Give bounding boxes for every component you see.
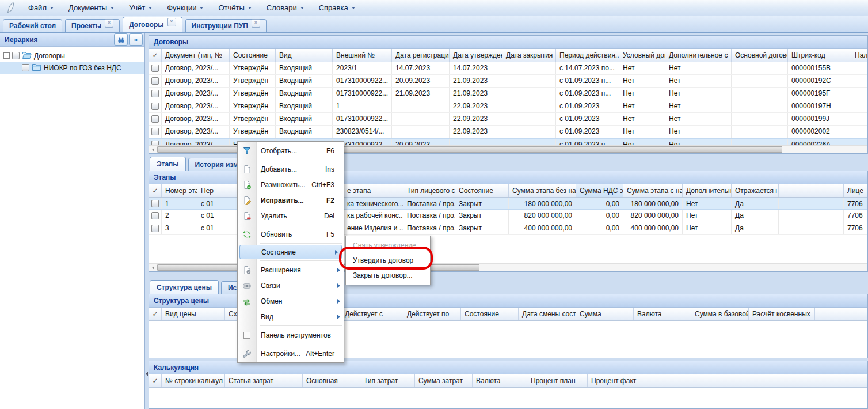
column-header[interactable]: Действует с <box>341 308 403 320</box>
column-header[interactable]: Статья затрат <box>225 374 303 387</box>
column-header[interactable]: Дата закрытия <box>502 49 556 62</box>
window-tab[interactable]: Инструкции ПУП× <box>185 19 267 32</box>
column-header[interactable]: Документ (тип, № <box>162 49 230 62</box>
context-menu-item[interactable]: Расширения <box>238 262 344 278</box>
context-menu-item[interactable]: Размножить...Ctrl+F3 <box>238 177 344 192</box>
column-header[interactable]: Тип затрат <box>360 374 415 387</box>
column-header[interactable]: № строки калькул <box>162 374 225 387</box>
column-header[interactable]: Состояние <box>461 308 519 320</box>
column-header[interactable]: Валюта <box>473 374 527 387</box>
scroll-left-arrow-icon[interactable] <box>149 146 157 153</box>
column-header[interactable]: Сумма НДС этапа <box>576 184 623 197</box>
menubar-item[interactable]: Справка <box>311 1 363 15</box>
table-row[interactable]: Договор, 2023/...УтверждёнВходящий017310… <box>149 113 867 126</box>
menubar-item[interactable]: Документы <box>61 1 121 15</box>
column-header[interactable]: Сумма затрат <box>415 374 473 387</box>
tree-node-checkbox[interactable] <box>12 52 20 59</box>
row-checkbox[interactable] <box>151 103 159 110</box>
row-checkbox[interactable] <box>151 128 159 135</box>
column-header[interactable] <box>779 184 844 197</box>
column-header[interactable]: Номер этапа <box>162 184 197 197</box>
tree-node-checkbox[interactable] <box>22 64 29 71</box>
collapse-panel-icon[interactable]: « <box>129 33 143 46</box>
row-checkbox[interactable] <box>151 90 159 97</box>
context-menu-item[interactable]: Обмен <box>238 293 344 309</box>
column-header[interactable]: Процент план <box>527 374 588 387</box>
table-row[interactable]: Договор, 2023/...УтверждёнВходящий017310… <box>149 75 867 88</box>
submenu-item[interactable]: Утвердить договор <box>346 253 430 268</box>
table-row[interactable]: Договор, 2023/...УтверждёнВходящий122.09… <box>149 100 867 113</box>
column-header[interactable]: Сумма этапа без налогов <box>509 184 576 197</box>
row-checkbox[interactable] <box>151 115 159 123</box>
row-checkbox[interactable] <box>151 200 159 207</box>
window-tab[interactable]: Договоры× <box>123 17 182 32</box>
column-header[interactable]: Валюта <box>634 308 691 320</box>
tree-expander-icon[interactable]: − <box>3 52 10 59</box>
tree-node-child[interactable]: НИОКР по ГОЗ без НДС <box>0 62 144 74</box>
column-header[interactable]: ✓ <box>149 49 162 62</box>
context-menu-item[interactable]: Панель инструментов <box>238 327 344 343</box>
column-header[interactable]: Процент факт <box>588 374 648 387</box>
column-header[interactable]: Состояние <box>230 49 276 62</box>
column-header[interactable]: Дата регистрации. <box>392 49 450 62</box>
context-menu-item[interactable]: Настройки...Alt+Enter <box>238 346 344 361</box>
column-header[interactable]: Штрих-код <box>788 49 851 62</box>
column-header[interactable]: Дополнительное с <box>683 184 732 197</box>
scroll-left-arrow-icon[interactable] <box>149 264 157 271</box>
column-header[interactable]: Вид <box>276 49 333 62</box>
column-header[interactable]: Вид цены <box>162 308 225 320</box>
column-header[interactable]: Период действия.. <box>556 49 619 62</box>
tree-node-root[interactable]: − Договоры <box>0 50 144 62</box>
column-header[interactable]: Расчёт косвенных <box>749 308 815 320</box>
column-header[interactable]: Дополнительное с <box>665 49 732 62</box>
column-header[interactable]: Действует по <box>403 308 461 320</box>
row-checkbox[interactable] <box>151 225 159 232</box>
tab-close-icon[interactable]: × <box>252 19 260 28</box>
row-checkbox[interactable] <box>151 212 159 219</box>
column-header[interactable]: Основная <box>303 374 360 387</box>
column-header[interactable]: Сумма <box>576 308 634 320</box>
tab-close-icon[interactable]: × <box>167 18 176 26</box>
context-menu-item[interactable]: Состояние <box>239 245 342 259</box>
column-header[interactable]: ✓ <box>149 374 162 387</box>
column-header[interactable]: Отражается на су <box>732 184 779 197</box>
column-header[interactable] <box>815 308 868 320</box>
row-checkbox[interactable] <box>151 77 159 85</box>
column-header[interactable]: Условный договор <box>619 49 665 62</box>
context-menu-item[interactable]: Добавить...Ins <box>238 161 344 177</box>
column-header[interactable]: Сумма в базовой в <box>691 308 749 320</box>
section-tab[interactable]: Структура цены <box>150 280 219 294</box>
table-row[interactable]: Договор, 2023/...УтверждёнВходящий230823… <box>149 126 867 138</box>
row-checkbox[interactable] <box>151 65 159 72</box>
context-menu-item[interactable]: ОбновитьF5 <box>238 226 344 242</box>
context-menu-item[interactable]: Исправить...F2 <box>238 192 344 208</box>
column-header[interactable]: Нало <box>851 49 868 62</box>
submenu-item[interactable]: Закрыть договор... <box>346 268 430 283</box>
column-header[interactable]: Дата утверждения <box>450 49 502 62</box>
tab-close-icon[interactable]: × <box>105 19 113 28</box>
column-header[interactable]: Основной договор <box>732 49 788 62</box>
context-menu-item[interactable]: Вид <box>238 309 344 324</box>
table-row[interactable]: Договор, 2023/...УтверждёнВходящий2023/1… <box>149 62 867 75</box>
window-tab[interactable]: Рабочий стол <box>3 19 62 32</box>
context-menu-item[interactable]: Связи <box>238 278 344 293</box>
column-header[interactable]: Лице <box>844 184 868 197</box>
column-header[interactable]: Сумма этапа с налогами <box>623 184 683 197</box>
window-tab[interactable]: Проекты× <box>65 19 120 32</box>
menubar-item[interactable]: Отчёты <box>211 1 258 15</box>
menubar-item[interactable]: Файл <box>21 1 61 15</box>
splitter-collapse-arrow-icon[interactable] <box>146 372 148 376</box>
column-header[interactable]: Состояние <box>455 184 509 197</box>
column-header[interactable]: Внешний № <box>333 49 392 62</box>
table-row[interactable]: Договор, 2023/...УтверждёнВходящий017310… <box>149 88 867 100</box>
section-tab[interactable]: Этапы <box>150 157 186 171</box>
column-header[interactable]: ✓ <box>149 184 162 197</box>
column-header[interactable] <box>648 374 868 387</box>
search-binoculars-icon[interactable] <box>114 33 128 46</box>
context-menu-item[interactable]: Отобрать...F6 <box>238 143 344 158</box>
column-header[interactable]: Тип лицевого счёт <box>403 184 455 197</box>
menubar-item[interactable]: Учёт <box>121 1 159 15</box>
column-header[interactable]: Дата смены состоя <box>519 308 576 320</box>
column-header[interactable]: ✓ <box>149 308 162 320</box>
menubar-item[interactable]: Функции <box>159 1 211 15</box>
